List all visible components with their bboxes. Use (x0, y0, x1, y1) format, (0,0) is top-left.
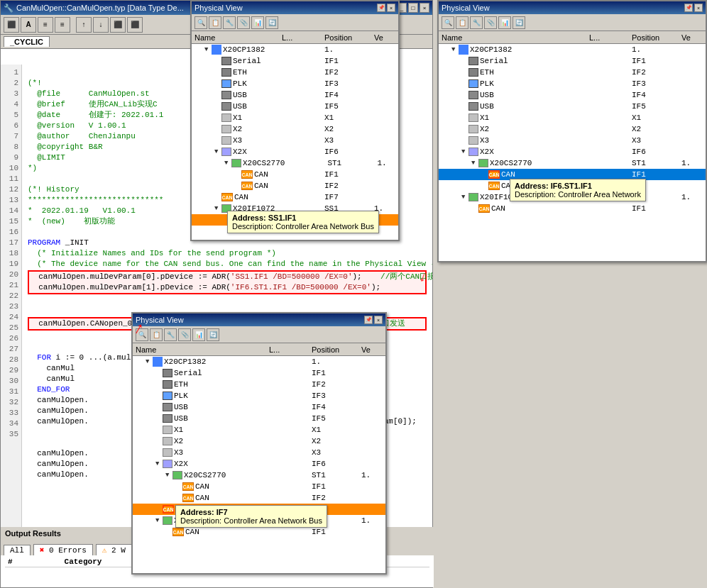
panel2-toolbar-btn4[interactable]: 📎 (484, 16, 497, 29)
panel2-usb1[interactable]: USB IF4 (439, 89, 706, 101)
panel3-toolbar-btn3[interactable]: 🔧 (164, 328, 177, 341)
module-icon-3 (221, 79, 231, 88)
panel1-tree-item-plk[interactable]: PLK IF3 (192, 78, 398, 89)
panel1-tree-item-can2[interactable]: CANCAN IF2 (192, 180, 398, 192)
panel3-title-bar: Physical View 📌 × (133, 314, 385, 326)
panel2-can-ss1-if1[interactable]: CANCAN IF1 (439, 203, 706, 214)
panel2-x3[interactable]: X3 X3 (439, 135, 706, 146)
panel3-toolbar-btn6[interactable]: 🔄 (207, 328, 219, 341)
panel2-toolbar-btn6[interactable]: 🔄 (513, 16, 525, 29)
panel2-pin-button[interactable]: 📌 (684, 4, 693, 12)
panel3-x2x[interactable]: ▼X2X IF6 (133, 458, 385, 470)
panel3-can-ss1[interactable]: CANCAN IF1 (133, 526, 385, 538)
panel1-tree-item-usb1[interactable]: USB IF4 (192, 89, 398, 101)
panel3-can-if1[interactable]: CANCAN IF1 (133, 481, 385, 492)
toolbar-btn-4[interactable]: ≡ (55, 17, 70, 33)
panel3-pin-button[interactable]: 📌 (364, 316, 373, 324)
panel3-toolbar-btn4[interactable]: 📎 (178, 328, 191, 341)
panel1-toolbar-btn3[interactable]: 🔧 (223, 16, 236, 29)
toolbar-btn-2[interactable]: A (21, 17, 36, 33)
line-numbers: 12345 678910 1112131415 1617181920 21222… (1, 65, 22, 527)
module-icon-2 (221, 68, 231, 77)
output-tab-warnings[interactable]: ⚠ 2 W (96, 544, 132, 555)
panel3-usb1[interactable]: USB IF4 (133, 401, 385, 413)
panel1-tree-item-cpu[interactable]: ▼X20CP1382 1. (192, 44, 398, 55)
cyclic-tab[interactable]: _CYCLIC (4, 36, 50, 47)
physical-view-panel-3: Physical View 📌 × 🔍 📋 🔧 📎 📊 🔄 Name L... … (131, 312, 387, 575)
panel1-title: Physical View (194, 4, 243, 12)
panel1-toolbar-btn5[interactable]: 📊 (251, 16, 264, 29)
panel1-toolbar-btn6[interactable]: 🔄 (265, 16, 278, 29)
panel3-x2[interactable]: X2 X2 (133, 436, 385, 447)
panel1-tree-item-eth[interactable]: ETH IF2 (192, 67, 398, 78)
panel3-eth[interactable]: ETH IF2 (133, 379, 385, 390)
x3-icon (221, 136, 231, 145)
tooltip2-address: Address: IF6.ST1.IF1 (515, 182, 641, 190)
panel3-close-button[interactable]: × (374, 316, 383, 324)
panel3-x1[interactable]: X1 X1 (133, 424, 385, 436)
panel3-toolbar-btn5[interactable]: 📊 (192, 328, 205, 341)
panel1-close-button[interactable]: × (387, 4, 395, 12)
toolbar-btn-8[interactable]: ⬛ (127, 17, 143, 33)
panel2-x2[interactable]: X2 X2 (439, 123, 706, 135)
maximize-button[interactable]: □ (408, 3, 418, 13)
panel3-toolbar-btn2[interactable]: 📋 (150, 328, 163, 341)
panel2-x20cs2770[interactable]: ▼X20CS2770 ST11. (439, 157, 706, 169)
panel1-tree-item-x2[interactable]: X2 X2 (192, 123, 398, 135)
panel2-title: Physical View (442, 4, 490, 12)
panel2-plk[interactable]: PLK IF3 (439, 78, 706, 89)
panel3-can-if2[interactable]: CANCAN IF2 (133, 492, 385, 504)
toolbar-btn-6[interactable]: ↓ (93, 17, 109, 33)
panel2-usb2[interactable]: USB IF5 (439, 101, 706, 112)
panel2-toolbar-btn2[interactable]: 📋 (456, 16, 468, 29)
panel3-plk[interactable]: PLK IF3 (133, 390, 385, 401)
toolbar-btn-1[interactable]: ⬛ (4, 17, 19, 33)
output-tab-errors[interactable]: ✖ 0 Errors (33, 544, 93, 555)
panel1-tree-item-x1[interactable]: X1 X1 (192, 112, 398, 123)
panel1-tree-item-serial[interactable]: Serial IF1 (192, 55, 398, 67)
panel2-tree-item-cpu[interactable]: ▼X20CP1382 1. (439, 44, 706, 55)
panel1-title-bar: Physical View 📌 × (192, 1, 398, 14)
panel1-tree-item-x3[interactable]: X3 X3 (192, 135, 398, 146)
panel2-x1[interactable]: X1 X1 (439, 112, 706, 123)
error-icon: ✖ (40, 546, 45, 555)
panel3-x3[interactable]: X3 X3 (133, 447, 385, 458)
x1-icon (221, 113, 231, 122)
panel1-tree-header: Name L... Position Ve (192, 31, 398, 44)
panel2-tree-area[interactable]: ▼X20CP1382 1. Serial IF1 ETH IF2 PLK IF3… (439, 44, 706, 268)
panel1-tree-item-can1[interactable]: CANCAN IF1 (192, 169, 398, 180)
panel1-toolbar: 🔍 📋 🔧 📎 📊 🔄 (192, 14, 398, 31)
panel1-tree-item-usb2[interactable]: USB IF5 (192, 101, 398, 112)
panel1-toolbar-btn4[interactable]: 📎 (237, 16, 250, 29)
usb-icon-1 (221, 91, 231, 99)
panel2-x2x[interactable]: ▼X2X IF6 (439, 146, 706, 157)
panel1-tree-item-x20cs2770[interactable]: ▼X20CS2770 ST11. (192, 157, 398, 169)
can-icon-if7: CAN (221, 193, 233, 201)
close-button[interactable]: × (420, 3, 429, 13)
panel3-cpu[interactable]: ▼X20CP1382 1. (133, 356, 385, 367)
panel2-toolbar-btn5[interactable]: 📊 (498, 16, 511, 29)
panel3-tree-area[interactable]: ▼X20CP1382 1. Serial IF1 ETH IF2 PLK IF3… (133, 356, 385, 580)
panel2-toolbar-btn1[interactable]: 🔍 (442, 16, 454, 29)
panel2-eth[interactable]: ETH IF2 (439, 67, 706, 78)
panel3-serial[interactable]: Serial IF1 (133, 367, 385, 379)
panel1-toolbar-btn1[interactable]: 🔍 (194, 16, 207, 29)
panel3-x20cs2770[interactable]: ▼X20CS2770 ST11. (133, 470, 385, 481)
toolbar-btn-5[interactable]: ↑ (76, 17, 92, 33)
output-tab-all[interactable]: All (4, 545, 31, 555)
panel2-toolbar-btn3[interactable]: 🔧 (470, 16, 483, 29)
panel1-tree-item-can-if7[interactable]: CANCAN IF7 (192, 192, 398, 203)
x2-icon (221, 125, 231, 133)
toolbar-btn-7[interactable]: ⬛ (110, 17, 126, 33)
panel1-tooltip: Address: SS1.IF1 Description: Controller… (227, 211, 379, 233)
panel2-close-button[interactable]: × (694, 4, 703, 12)
toolbar-btn-3[interactable]: ≡ (38, 17, 53, 33)
physical-view-panel-1: Physical View 📌 × 🔍 📋 🔧 📎 📊 🔄 Name L... … (190, 0, 400, 241)
panel2-serial[interactable]: Serial IF1 (439, 55, 706, 67)
panel1-pin-button[interactable]: 📌 (377, 4, 385, 12)
panel1-toolbar-btn2[interactable]: 📋 (209, 16, 221, 29)
panel3-usb2[interactable]: USB IF5 (133, 413, 385, 424)
panel1-tree-item-x2x[interactable]: ▼X2X IF6 (192, 146, 398, 157)
x2x-icon (221, 148, 231, 156)
tooltip1-address: Address: SS1.IF1 (232, 213, 374, 222)
